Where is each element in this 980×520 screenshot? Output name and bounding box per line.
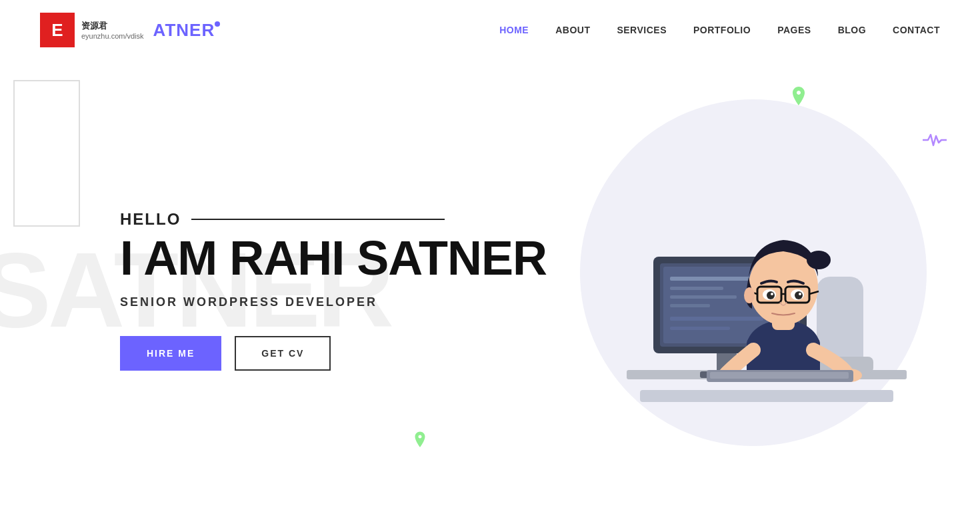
- deco-location-pin-2: [413, 431, 427, 453]
- character-illustration: [587, 143, 920, 437]
- svg-rect-11: [670, 317, 763, 321]
- svg-rect-9: [670, 295, 737, 299]
- logo-dot: [215, 21, 220, 27]
- nav-portfolio[interactable]: PORTFOLIO: [693, 25, 751, 35]
- svg-rect-7: [670, 277, 750, 281]
- logo-text-block: 资源君 eyunzhu.com/vdisk: [81, 20, 144, 40]
- hero-section: SATNER HELLO I AM RAHI SATNER SENIOR WOR…: [0, 60, 980, 520]
- nav-about[interactable]: ABOUT: [555, 25, 590, 35]
- hello-label: HELLO: [120, 210, 181, 229]
- svg-point-31: [767, 291, 775, 299]
- deco-pulse-icon: [923, 133, 947, 150]
- main-nav: HOME ABOUT SERVICES PORTFOLIO PAGES BLOG…: [499, 25, 940, 35]
- nav-home[interactable]: HOME: [499, 25, 529, 35]
- get-cv-button[interactable]: GET CV: [235, 336, 331, 371]
- svg-rect-12: [670, 327, 730, 330]
- svg-point-34: [799, 293, 801, 295]
- svg-rect-0: [640, 390, 893, 402]
- svg-point-23: [807, 251, 831, 269]
- hello-line-bar: [191, 219, 445, 220]
- svg-point-33: [771, 293, 773, 295]
- hero-illustration: [527, 60, 980, 520]
- svg-rect-10: [670, 304, 710, 307]
- nav-services[interactable]: SERVICES: [617, 25, 667, 35]
- nav-pages[interactable]: PAGES: [777, 25, 811, 35]
- svg-rect-20: [710, 372, 849, 379]
- logo-area: E 资源君 eyunzhu.com/vdisk ATNER: [40, 13, 220, 47]
- logo-url: eyunzhu.com/vdisk: [81, 32, 144, 40]
- logo-brand: ATNER: [153, 20, 221, 41]
- hire-me-button[interactable]: HIRE ME: [120, 336, 221, 371]
- deco-location-pin-1: [791, 87, 807, 111]
- nav-blog[interactable]: BLOG: [838, 25, 866, 35]
- svg-rect-8: [670, 287, 723, 290]
- logo-chinese: 资源君: [81, 20, 144, 32]
- svg-point-32: [795, 291, 803, 299]
- nav-contact[interactable]: CONTACT: [893, 25, 940, 35]
- logo-icon: E: [40, 13, 75, 47]
- header: E 资源君 eyunzhu.com/vdisk ATNER HOME ABOUT…: [0, 0, 980, 60]
- left-box-decoration: [13, 80, 80, 227]
- logo-letter: E: [51, 20, 63, 41]
- svg-point-35: [744, 287, 755, 303]
